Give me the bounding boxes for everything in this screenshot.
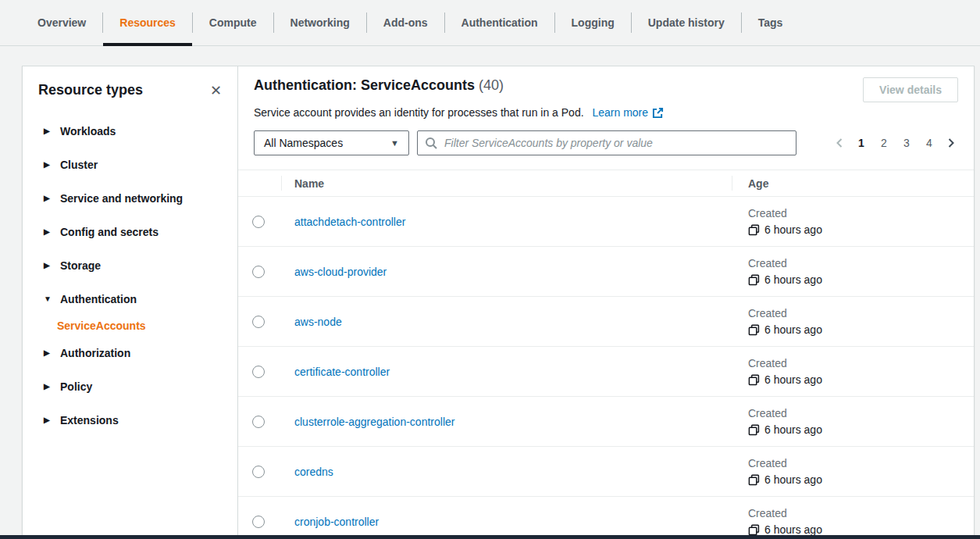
chevron-left-icon[interactable] — [832, 137, 846, 149]
namespace-select-value: All Namespaces — [264, 137, 343, 149]
triangle-right-icon: ▶ — [44, 348, 52, 357]
copy-icon[interactable] — [748, 324, 760, 336]
row-radio-button[interactable] — [252, 216, 265, 228]
tab-authentication[interactable]: Authentication — [445, 0, 554, 45]
row-radio-button[interactable] — [252, 316, 265, 328]
sidebar-item-label: Config and secrets — [60, 226, 159, 238]
row-radio-button[interactable] — [252, 466, 265, 478]
window-bottom-edge — [0, 535, 980, 539]
row-radio-button[interactable] — [252, 416, 265, 428]
copy-icon[interactable] — [748, 424, 760, 436]
sidebar-title: Resource types — [38, 82, 143, 98]
page-button-1[interactable]: 1 — [853, 134, 869, 152]
age-value: 6 hours ago — [764, 223, 822, 236]
triangle-right-icon: ▶ — [44, 127, 52, 135]
created-label: Created — [748, 407, 974, 419]
triangle-right-icon: ▶ — [44, 194, 52, 202]
age-value: 6 hours ago — [764, 373, 822, 386]
sidebar-item-extensions[interactable]: ▶ Extensions — [23, 403, 237, 437]
sidebar-item-service-and-networking[interactable]: ▶ Service and networking — [23, 181, 237, 215]
chevron-right-icon[interactable] — [944, 137, 958, 149]
copy-icon[interactable] — [748, 374, 760, 386]
serviceaccount-link[interactable]: clusterrole-aggregation-controller — [294, 416, 454, 428]
sidebar-item-authorization[interactable]: ▶ Authorization — [23, 336, 237, 369]
tab-compute[interactable]: Compute — [193, 0, 273, 45]
resource-count: (40) — [479, 77, 504, 93]
sidebar-item-policy[interactable]: ▶ Policy — [23, 369, 237, 403]
age-value: 6 hours ago — [764, 523, 822, 536]
triangle-right-icon: ▶ — [44, 160, 52, 169]
serviceaccount-link[interactable]: cronjob-controller — [294, 516, 379, 528]
pagination: 1 2 3 4 — [832, 134, 958, 152]
created-label: Created — [748, 207, 974, 220]
copy-icon[interactable] — [748, 474, 760, 486]
sidebar-item-label: Storage — [60, 259, 101, 272]
sidebar-item-authentication[interactable]: ▼ Authentication — [23, 282, 237, 316]
triangle-right-icon: ▶ — [44, 416, 52, 424]
tab-logging[interactable]: Logging — [555, 0, 631, 45]
tab-tags[interactable]: Tags — [742, 0, 800, 45]
sidebar-item-label: Workloads — [60, 125, 116, 137]
table-row: coredns Created 6 hours ago — [238, 447, 974, 497]
serviceaccount-link[interactable]: certificate-controller — [294, 366, 390, 378]
table-row: clusterrole-aggregation-controller Creat… — [238, 397, 974, 447]
tab-networking[interactable]: Networking — [274, 0, 366, 45]
search-icon — [425, 137, 437, 149]
page-title-text: Authentication: ServiceAccounts — [254, 77, 475, 93]
serviceaccount-link[interactable]: coredns — [294, 466, 333, 478]
created-label: Created — [748, 257, 974, 270]
sidebar-item-label: Service and networking — [60, 192, 183, 205]
page-title: Authentication: ServiceAccounts (40) — [254, 77, 504, 94]
sidebar-item-config-and-secrets[interactable]: ▶ Config and secrets — [23, 215, 237, 248]
table-row: aws-node Created 6 hours ago — [238, 297, 974, 347]
serviceaccount-link[interactable]: aws-node — [294, 316, 342, 328]
sidebar-item-serviceaccounts[interactable]: ServiceAccounts — [23, 316, 237, 336]
age-value: 6 hours ago — [764, 323, 822, 336]
tab-update-history[interactable]: Update history — [632, 0, 741, 45]
created-label: Created — [748, 507, 974, 519]
resource-type-tree: ▶ Workloads ▶ Cluster ▶ Service and netw… — [23, 114, 237, 437]
tab-resources[interactable]: Resources — [103, 0, 192, 45]
resources-panel: Resource types ✕ ▶ Workloads ▶ Cluster ▶… — [22, 66, 975, 536]
sidebar-item-workloads[interactable]: ▶ Workloads — [23, 114, 237, 148]
serviceaccount-link[interactable]: attachdetach-controller — [294, 216, 405, 228]
row-radio-button[interactable] — [252, 266, 265, 278]
serviceaccounts-table: Name Age attachdetach-controller Created… — [238, 170, 974, 536]
triangle-down-icon: ▼ — [44, 294, 52, 303]
learn-more-link[interactable]: Learn more — [592, 106, 664, 119]
created-label: Created — [748, 307, 974, 319]
cluster-tab-bar: Overview Resources Compute Networking Ad… — [0, 0, 980, 46]
sidebar-item-storage[interactable]: ▶ Storage — [23, 248, 237, 282]
triangle-right-icon: ▶ — [44, 227, 52, 236]
age-value: 6 hours ago — [764, 423, 822, 436]
tab-overview[interactable]: Overview — [21, 0, 102, 45]
sidebar-item-label: Extensions — [60, 414, 119, 427]
external-link-icon — [652, 107, 664, 119]
copy-icon[interactable] — [748, 524, 760, 536]
age-value: 6 hours ago — [764, 473, 822, 486]
page-button-2[interactable]: 2 — [876, 134, 892, 152]
table-row: cronjob-controller Created 6 hours ago — [238, 497, 974, 536]
copy-icon[interactable] — [748, 274, 760, 286]
tab-add-ons[interactable]: Add-ons — [367, 0, 444, 45]
column-header-age: Age — [732, 177, 974, 190]
search-box — [417, 130, 796, 155]
page-button-4[interactable]: 4 — [921, 134, 937, 152]
triangle-right-icon: ▶ — [44, 382, 52, 391]
panel-description: Service account provides an identity for… — [254, 106, 584, 119]
row-radio-button[interactable] — [252, 516, 265, 528]
table-row: attachdetach-controller Created 6 hours … — [238, 197, 974, 247]
copy-icon[interactable] — [748, 224, 760, 236]
age-value: 6 hours ago — [764, 273, 822, 286]
sidebar-item-label: ServiceAccounts — [57, 319, 146, 332]
namespace-select[interactable]: All Namespaces ▼ — [254, 130, 409, 155]
search-input[interactable] — [443, 136, 789, 150]
row-radio-button[interactable] — [252, 366, 265, 378]
close-icon[interactable]: ✕ — [208, 84, 223, 98]
serviceaccount-link[interactable]: aws-cloud-provider — [294, 266, 387, 278]
view-details-button[interactable]: View details — [863, 77, 958, 102]
created-label: Created — [748, 357, 974, 369]
created-label: Created — [748, 457, 974, 469]
page-button-3[interactable]: 3 — [899, 134, 914, 152]
sidebar-item-cluster[interactable]: ▶ Cluster — [23, 148, 237, 181]
